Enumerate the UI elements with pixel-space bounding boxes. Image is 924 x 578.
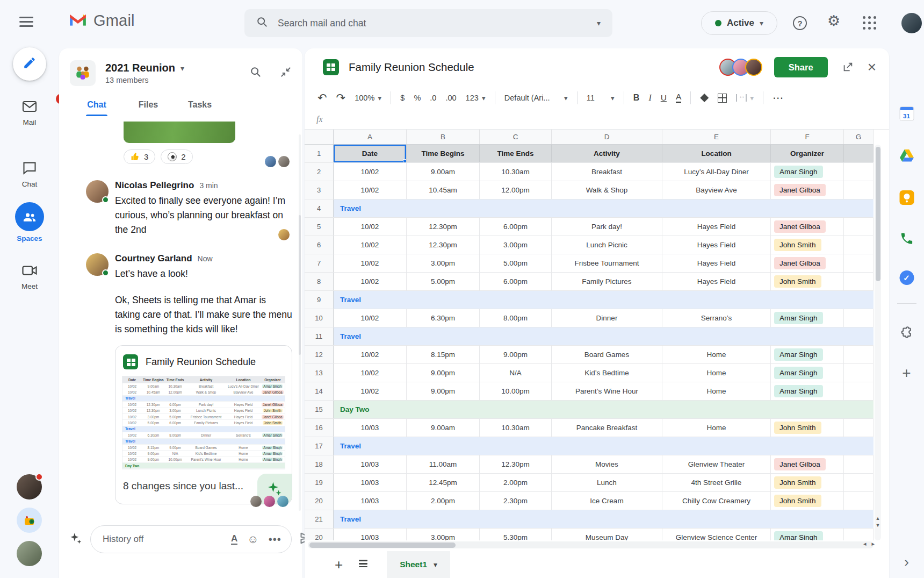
undo-icon[interactable]: ↶ — [317, 91, 327, 104]
account-avatar[interactable] — [901, 13, 922, 33]
vertical-scroll-arrows[interactable]: ▲▼ — [874, 515, 882, 529]
sheet-cell[interactable]: Janet Gilboa — [771, 218, 844, 236]
travel-band-row[interactable]: Travel — [334, 437, 874, 455]
sheet-cell[interactable] — [844, 474, 874, 491]
increase-decimal-button[interactable]: .00 — [445, 94, 456, 102]
gemini-sparkle-icon[interactable] — [69, 531, 83, 547]
travel-band-row[interactable]: Travel — [334, 510, 874, 528]
space-avatar[interactable] — [70, 60, 96, 86]
keep-icon[interactable] — [899, 190, 914, 205]
message-input[interactable] — [103, 534, 221, 545]
sheet-cell[interactable]: Ice Cream — [552, 492, 662, 510]
sheet-cell[interactable]: 3.00pm — [407, 529, 480, 540]
sheet-cell[interactable]: Hayes Field — [662, 236, 771, 254]
sheet-cell[interactable] — [844, 273, 874, 290]
sheet-cell[interactable]: 3.00pm — [407, 254, 480, 272]
row-number[interactable]: 4 — [305, 199, 334, 217]
sheet-cell[interactable]: 6.00pm — [480, 273, 552, 290]
sheet-cell[interactable]: 12.30pm — [480, 455, 552, 473]
travel-band-row[interactable]: Travel — [334, 199, 874, 217]
travel-band-row[interactable]: Travel — [334, 327, 874, 345]
column-header-A[interactable]: A — [334, 130, 407, 144]
sheet-cell[interactable]: Glenview Science Center — [662, 529, 771, 540]
travel-band-row[interactable]: Travel — [334, 291, 874, 309]
compose-button[interactable] — [13, 47, 46, 81]
sheet-cell[interactable] — [844, 419, 874, 437]
sheet-cell[interactable]: 10.30am — [480, 163, 552, 181]
sheet-cell[interactable] — [844, 163, 874, 181]
sheet-cell[interactable]: N/A — [480, 364, 552, 382]
sheet-cell[interactable]: 11.00am — [407, 455, 480, 473]
sheet-cell[interactable]: Amar Singh — [771, 163, 844, 181]
sheet-cell[interactable]: Amar Singh — [771, 529, 844, 540]
sheet-cell[interactable]: Hayes Field — [662, 273, 771, 290]
row-number[interactable]: 17 — [305, 437, 334, 455]
all-sheets-icon[interactable] — [359, 560, 367, 569]
sheet-cell[interactable]: Park day! — [552, 218, 662, 236]
sheet-cell[interactable] — [844, 181, 874, 199]
space-menu-caret-icon[interactable]: ▾ — [181, 64, 184, 73]
sheet-cell[interactable]: Amar Singh — [771, 364, 844, 382]
search-input[interactable] — [278, 18, 597, 29]
row-number[interactable]: 18 — [305, 455, 334, 473]
sheet-cell[interactable]: Date — [334, 145, 407, 162]
format-percent-button[interactable]: % — [414, 94, 421, 102]
sheet-cell[interactable]: 10/02 — [334, 218, 407, 236]
sheet-cell[interactable]: 10/02 — [334, 364, 407, 382]
share-button[interactable]: Share — [774, 57, 828, 77]
zoom-select[interactable]: 100%▾ — [355, 94, 381, 102]
sheet-cell[interactable]: John Smith — [771, 419, 844, 437]
sheet-cell[interactable]: Time Begins — [407, 145, 480, 162]
sheet-cell[interactable]: Family Pictures — [552, 273, 662, 290]
sheet-cell[interactable]: 10/02 — [334, 236, 407, 254]
row-number[interactable]: 16 — [305, 419, 334, 437]
text-color-button[interactable]: A — [676, 92, 681, 103]
sheet-cell[interactable]: 10/02 — [334, 273, 407, 290]
sheet-cell[interactable]: 4th Street Grille — [662, 474, 771, 491]
sheet-cell[interactable]: Amar Singh — [771, 309, 844, 327]
sheet-cell[interactable]: 5.00pm — [407, 273, 480, 290]
tab-tasks[interactable]: Tasks — [174, 100, 226, 116]
sheet-cell[interactable]: 8.15pm — [407, 346, 480, 363]
message-input-pill[interactable]: A ☺ ••• — [90, 525, 292, 553]
row-number[interactable]: 11 — [305, 327, 334, 345]
sheet-cell[interactable]: Pancake Breakfast — [552, 419, 662, 437]
sheet-cell[interactable]: Home — [662, 419, 771, 437]
row-number[interactable]: 3 — [305, 181, 334, 199]
addons-puzzle-icon[interactable] — [899, 326, 914, 342]
sheet-cell[interactable]: 10.00pm — [480, 382, 552, 400]
hide-side-panel-chevron-icon[interactable]: › — [904, 554, 909, 570]
sheet-cell[interactable]: Kid’s Bedtime — [552, 364, 662, 382]
reaction-thumbs-up[interactable]: 3 — [124, 149, 155, 164]
sheet-cell[interactable]: 10/03 — [334, 529, 407, 540]
open-in-new-icon[interactable] — [842, 61, 854, 73]
row-number[interactable]: 10 — [305, 309, 334, 327]
sheet-cell[interactable]: Home — [662, 382, 771, 400]
sheet-cell[interactable] — [844, 382, 874, 400]
borders-icon[interactable] — [718, 94, 727, 103]
tasks-icon[interactable]: ✓ — [899, 270, 914, 285]
sheet-cell[interactable]: Organizer — [771, 145, 844, 162]
sheet-cell[interactable]: Walk & Shop — [552, 181, 662, 199]
sheet-cell[interactable]: Amar Singh — [771, 346, 844, 363]
sheet-cell[interactable]: Lunch Picnic — [552, 236, 662, 254]
photo-attachment[interactable] — [124, 122, 235, 143]
sheet-cell[interactable]: Dinner — [552, 309, 662, 327]
sheet-cell[interactable]: 10/03 — [334, 492, 407, 510]
help-icon[interactable]: ? — [793, 16, 807, 30]
sheet-cell[interactable]: 10/02 — [334, 254, 407, 272]
toolbar-more-icon[interactable]: ⋯ — [773, 91, 783, 104]
tab-files[interactable]: Files — [122, 100, 174, 116]
sheet-cell[interactable]: Activity — [552, 145, 662, 162]
status-selector[interactable]: Active ▾ — [701, 11, 777, 35]
sheet-cell[interactable]: Home — [662, 364, 771, 382]
more-options-icon[interactable]: ••• — [269, 533, 281, 546]
sheet-cell[interactable]: Amar Singh — [771, 382, 844, 400]
column-header-E[interactable]: E — [662, 130, 771, 144]
sheet-cell[interactable]: 2.00pm — [407, 492, 480, 510]
day-band-row[interactable]: Day Two — [334, 401, 874, 418]
fill-color-icon[interactable] — [700, 94, 709, 102]
horizontal-scrollbar[interactable] — [308, 541, 874, 548]
sheet-cell[interactable]: John Smith — [771, 273, 844, 290]
row-number[interactable]: 5 — [305, 218, 334, 236]
